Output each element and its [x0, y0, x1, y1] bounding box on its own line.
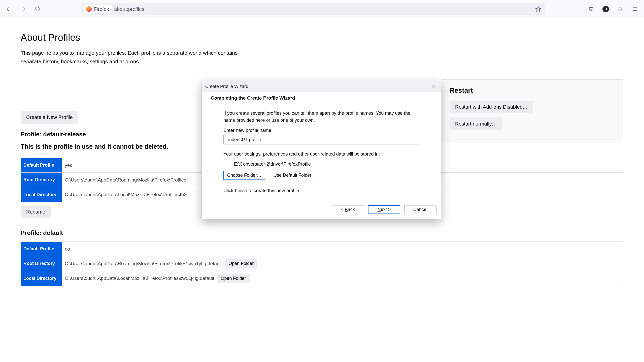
account-button[interactable]: D: [600, 3, 612, 15]
row-label-default-profile: Default Profile: [21, 242, 62, 256]
finish-hint-text: Click Finish to create this new profile.: [223, 187, 419, 194]
profile-name-input[interactable]: [223, 135, 419, 144]
identity-label: Firefox: [94, 6, 109, 12]
identity-box[interactable]: Firefox: [84, 5, 112, 13]
restart-box: Restart Restart with Add-ons Disabled… R…: [441, 79, 623, 143]
profile-name-label: Enter new profile name:: [223, 127, 419, 134]
choose-folder-button[interactable]: Choose Folder…: [223, 171, 265, 180]
bookmark-star-button[interactable]: [534, 5, 542, 13]
page-title: About Profiles: [21, 32, 623, 43]
row-value-local-directory: C:\Users\dudni\AppData\Local\Mozilla\Fir…: [62, 271, 623, 286]
dialog-footer: < Back Next > Cancel: [202, 202, 441, 219]
folder-button-row: Choose Folder… Use Default Folder: [223, 171, 419, 180]
back-button[interactable]: [3, 3, 15, 15]
use-default-folder-button[interactable]: Use Default Folder: [270, 171, 315, 180]
reload-button[interactable]: [31, 3, 43, 15]
toolbar-right: D: [585, 3, 641, 15]
svg-marker-2: [536, 7, 541, 12]
next-button-dialog[interactable]: Next >: [368, 205, 400, 214]
storage-path-text: E:\Conversator-2\driver\FirefoxProfile: [223, 161, 419, 168]
profile-table: Default Profile no Root Directory C:\Use…: [21, 242, 623, 286]
url-text: about:profiles: [114, 6, 144, 12]
row-label-local-directory: Local Directory: [21, 187, 62, 202]
dialog-body: If you create several profiles you can t…: [202, 104, 441, 202]
table-row: Default Profile no: [21, 242, 623, 256]
cancel-button-dialog[interactable]: Cancel: [404, 205, 436, 214]
dialog-title: Create Profile Wizard: [205, 84, 248, 89]
address-bar-container: Firefox about:profiles: [81, 3, 545, 15]
create-profile-button[interactable]: Create a New Profile: [21, 111, 78, 124]
root-path-text: C:\Users\dudni\AppData\Roaming\Mozilla\F…: [65, 261, 222, 266]
reload-icon: [35, 6, 40, 12]
row-value-root-directory: C:\Users\dudni\AppData\Roaming\Mozilla\F…: [62, 256, 623, 271]
star-icon: [535, 6, 541, 12]
row-value-default-profile: no: [62, 242, 623, 256]
dialog-intro-text: If you create several profiles you can t…: [223, 110, 419, 124]
forward-button[interactable]: [17, 3, 29, 15]
pocket-button[interactable]: [585, 3, 597, 15]
table-row: Local Directory C:\Users\dudni\AppData\L…: [21, 271, 623, 286]
row-label-root-directory: Root Directory: [21, 173, 62, 187]
restart-normally-button[interactable]: Restart normally…: [450, 117, 502, 130]
row-label-default-profile: Default Profile: [21, 158, 62, 172]
page-description: This page helps you to manage your profi…: [21, 49, 247, 66]
hamburger-icon: [632, 6, 638, 12]
arrow-right-icon: [20, 6, 26, 12]
local-path-text: C:\Users\dudni\AppData\Local\Mozilla\Fir…: [65, 276, 214, 281]
row-label-local-directory: Local Directory: [21, 271, 62, 286]
dialog-titlebar: Create Profile Wizard: [202, 81, 441, 92]
back-button-dialog[interactable]: < Back: [332, 205, 364, 214]
open-folder-button[interactable]: Open Folder: [217, 274, 250, 283]
pocket-icon: [588, 6, 594, 12]
profile-section-default: Profile: default Default Profile no Root…: [21, 229, 623, 286]
extensions-button[interactable]: [614, 3, 626, 15]
profile-heading: Profile: default: [21, 229, 623, 236]
app-menu-button[interactable]: [629, 3, 641, 15]
open-folder-button[interactable]: Open Folder: [225, 259, 257, 268]
close-icon: [432, 85, 436, 88]
dialog-close-button[interactable]: [430, 83, 437, 90]
create-profile-wizard-dialog: Create Profile Wizard Completing the Cre…: [201, 81, 441, 219]
storage-intro-text: Your user settings, preferences and othe…: [223, 150, 419, 158]
puzzle-icon: [618, 6, 623, 12]
avatar-icon: D: [602, 6, 609, 12]
table-row: Root Directory C:\Users\dudni\AppData\Ro…: [21, 256, 623, 271]
restart-addons-disabled-button[interactable]: Restart with Add-ons Disabled…: [450, 101, 533, 113]
restart-heading: Restart: [450, 87, 615, 95]
rename-button[interactable]: Rename: [21, 206, 51, 218]
arrow-left-icon: [6, 6, 12, 12]
row-label-root-directory: Root Directory: [21, 256, 62, 271]
browser-toolbar: Firefox about:profiles D: [0, 0, 644, 18]
dialog-step-heading: Completing the Create Profile Wizard: [202, 92, 441, 104]
address-bar[interactable]: Firefox about:profiles: [81, 3, 545, 15]
firefox-icon: [86, 6, 92, 12]
